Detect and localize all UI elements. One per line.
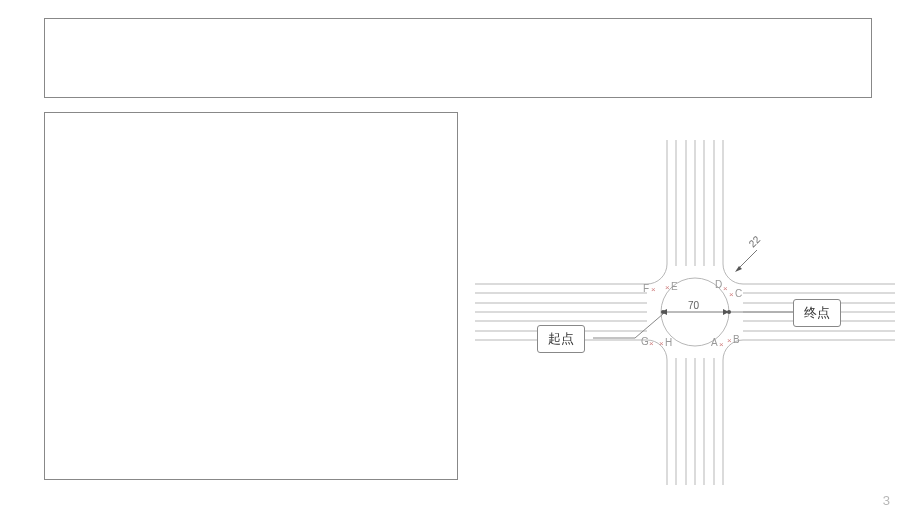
point-label-H: H — [665, 337, 672, 348]
point-marker-D: × — [723, 284, 728, 293]
point-label-C: C — [735, 288, 742, 299]
road-south-right-edge — [723, 340, 895, 485]
callout-start-leader — [593, 314, 663, 338]
content-placeholder-frame — [44, 112, 458, 480]
callout-start-label: 起点 — [537, 325, 585, 353]
dimension-radius-arrow — [735, 266, 742, 272]
point-marker-G: × — [649, 339, 654, 348]
callout-end-label: 终点 — [793, 299, 841, 327]
point-label-A: A — [711, 337, 718, 348]
road-north-left-edge — [475, 140, 667, 284]
road-south-left-edge — [475, 340, 667, 485]
page-number: 3 — [883, 493, 890, 508]
point-label-G: G — [641, 336, 649, 347]
title-placeholder-frame — [44, 18, 872, 98]
point-marker-H: × — [659, 339, 664, 348]
callout-end-dot — [727, 310, 731, 314]
dimension-diameter-value: 70 — [688, 300, 700, 311]
point-marker-B: × — [727, 336, 732, 345]
dimension-radius-value: 22 — [747, 233, 763, 249]
point-label-E: E — [671, 281, 678, 292]
callout-start-dot — [661, 310, 665, 314]
road-north-right-edge — [723, 140, 895, 284]
point-label-B: B — [733, 334, 740, 345]
point-marker-C: × — [729, 290, 734, 299]
point-marker-E: × — [665, 283, 670, 292]
point-label-F: F — [643, 283, 649, 294]
roundabout-diagram: 70 22 × E F × D × × C A × × B G × × H — [475, 140, 895, 485]
point-marker-A: × — [719, 340, 724, 349]
point-marker-F: × — [651, 285, 656, 294]
point-label-D: D — [715, 279, 722, 290]
